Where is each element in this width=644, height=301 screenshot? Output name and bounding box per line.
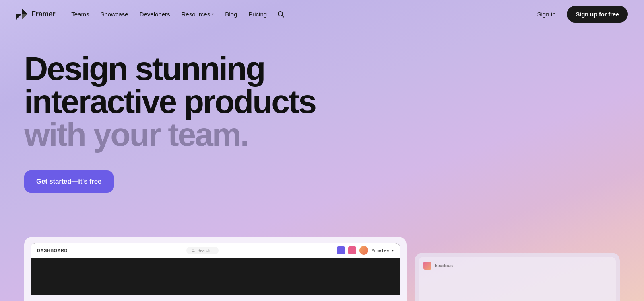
mockup-inner: DASHBOARD Search... Anne Lee ▾ [31, 243, 400, 295]
mockup-username: Anne Lee [372, 248, 389, 253]
mockup-search-bar[interactable]: Search... [186, 247, 219, 254]
hero-title-line3: with your team. [24, 118, 620, 151]
framer-logo-icon [16, 8, 27, 20]
mockup-icon-pink [348, 246, 356, 254]
logo[interactable]: Framer [16, 8, 55, 20]
mockup-chevron-icon: ▾ [392, 249, 394, 252]
mockup-section: DASHBOARD Search... Anne Lee ▾ [0, 237, 644, 301]
mockup-dashboard-label: DASHBOARD [37, 248, 68, 253]
mockup-user-area: Anne Lee ▾ [337, 246, 394, 255]
hero-title-line2: interactive products [24, 85, 620, 118]
mockup-card-secondary: headous [415, 253, 620, 301]
mockup-search-icon [191, 248, 195, 252]
headous-icon [423, 262, 431, 270]
search-icon [277, 11, 284, 18]
nav-item-teams[interactable]: Teams [66, 8, 94, 21]
nav-item-showcase[interactable]: Showcase [95, 8, 133, 21]
nav-item-developers[interactable]: Developers [135, 8, 175, 21]
search-button[interactable] [273, 7, 288, 21]
mockup-secondary-inner: headous [419, 257, 616, 301]
sign-in-link[interactable]: Sign in [532, 8, 560, 21]
logo-text: Framer [31, 10, 55, 18]
svg-line-1 [282, 15, 283, 17]
headous-logo-area: headous [423, 262, 611, 270]
svg-line-3 [194, 251, 195, 252]
page-wrapper: Framer Teams Showcase Developers Resourc… [0, 0, 644, 301]
signup-button[interactable]: Sign up for free [567, 6, 628, 23]
mockup-avatar [359, 246, 368, 255]
cta-button[interactable]: Get started—it's free [24, 170, 114, 193]
nav-item-pricing[interactable]: Pricing [244, 8, 272, 21]
navbar-right: Sign in Sign up for free [532, 6, 628, 23]
navbar: Framer Teams Showcase Developers Resourc… [0, 0, 644, 28]
mockup-card-main: DASHBOARD Search... Anne Lee ▾ [24, 237, 407, 301]
nav-item-blog[interactable]: Blog [220, 8, 242, 21]
headous-brand-text: headous [435, 263, 453, 268]
mockup-search-text: Search... [198, 248, 214, 253]
nav-item-resources[interactable]: Resources ▾ [177, 8, 219, 21]
chevron-down-icon: ▾ [212, 12, 214, 16]
hero-section: Design stunning interactive products wit… [0, 28, 644, 193]
hero-title-line1: Design stunning [24, 52, 620, 85]
nav-links: Teams Showcase Developers Resources ▾ Bl… [66, 7, 288, 21]
mockup-icon-blue [337, 246, 345, 254]
navbar-left: Framer Teams Showcase Developers Resourc… [16, 7, 288, 21]
mockup-header: DASHBOARD Search... Anne Lee ▾ [31, 243, 400, 258]
